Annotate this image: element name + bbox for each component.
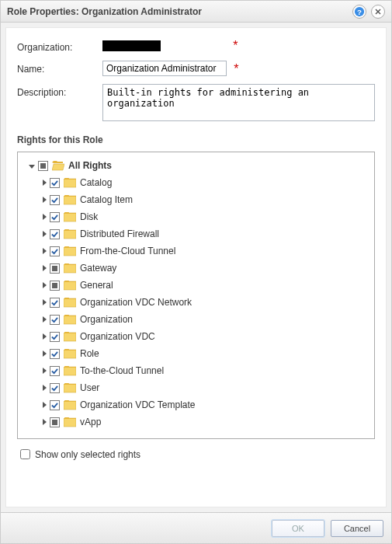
role-properties-dialog: Role Properties: Organization Administra… [0,0,392,544]
show-only-selected-checkbox[interactable] [20,449,30,459]
tree-row[interactable]: User [26,379,371,396]
tree-node-label: Catalog [80,177,112,188]
description-textarea[interactable] [102,84,375,121]
rights-tree: All Rights CatalogCatalog ItemDiskDistri… [17,152,375,439]
name-input[interactable] [102,61,227,76]
svg-text:?: ? [357,7,362,16]
checkbox[interactable] [50,263,60,274]
expander-icon[interactable] [43,402,47,408]
tree-row[interactable]: Role [26,345,371,362]
folder-icon [64,383,76,393]
folder-icon [64,366,76,376]
checkbox[interactable] [50,178,60,188]
tree-row[interactable]: General [26,277,371,294]
tree-row[interactable]: Organization VDC Template [26,396,371,413]
row-name: Name: * [17,61,375,76]
tree-row[interactable]: To-the-Cloud Tunnel [26,362,371,379]
tree-row[interactable]: Disk [26,208,371,225]
checkbox[interactable] [50,400,60,410]
expander-icon[interactable] [43,282,47,288]
checkbox[interactable] [50,417,60,427]
tree-node-label: Catalog Item [80,194,133,205]
expander-icon[interactable] [43,265,47,271]
expander-icon[interactable] [43,231,47,237]
required-asterisk: * [233,39,238,52]
expander-icon[interactable] [43,299,47,305]
cancel-button[interactable]: Cancel [331,520,383,537]
tree-node-label: To-the-Cloud Tunnel [80,365,164,376]
titlebar: Role Properties: Organization Administra… [1,1,391,23]
expander-icon[interactable] [43,197,47,203]
folder-icon [64,281,76,291]
organization-label: Organization: [17,39,102,53]
tree-row[interactable]: Organization [26,311,371,328]
expander-icon[interactable] [43,385,47,391]
expander-icon[interactable] [43,350,47,357]
checkbox[interactable] [50,332,60,342]
dialog-content: Organization: * Name: * Description: Rig… [5,27,387,507]
folder-icon [64,298,76,308]
button-bar: OK Cancel [1,512,391,543]
expander-icon[interactable] [43,316,47,323]
tree-node-label: Gateway [80,263,116,274]
folder-icon [64,178,76,188]
folder-icon [64,246,76,256]
tree-row[interactable]: Gateway [26,260,371,277]
row-description: Description: [17,84,375,124]
checkbox[interactable] [50,315,60,325]
expander-icon[interactable] [43,368,47,374]
show-only-selected-label[interactable]: Show only selected rights [35,449,140,460]
expander-icon[interactable] [29,165,35,169]
folder-icon [64,400,76,410]
tree-node-label: User [80,382,99,393]
checkbox-all-rights[interactable] [38,161,48,171]
expander-icon[interactable] [43,248,47,254]
folder-icon [64,332,76,342]
tree-node-label: Disk [80,211,98,222]
checkbox[interactable] [50,212,60,222]
tree-node-label: From-the-Cloud Tunnel [80,246,175,256]
expander-icon[interactable] [43,214,47,220]
help-icon[interactable]: ? [352,5,366,19]
checkbox[interactable] [50,281,60,291]
checkbox[interactable] [50,298,60,308]
tree-node-label: Organization VDC [80,331,155,342]
expander-icon[interactable] [43,333,47,340]
folder-open-icon [52,161,64,171]
folder-icon [64,417,76,427]
tree-node-label: General [80,280,113,291]
tree-node-label: Organization [80,314,133,325]
tree-row[interactable]: Distributed Firewall [26,225,371,242]
expander-icon[interactable] [43,419,47,425]
folder-icon [64,229,76,239]
close-icon[interactable] [371,5,385,19]
tree-root-row[interactable]: All Rights [26,157,371,174]
ok-button[interactable]: OK [272,520,324,537]
tree-node-label: Distributed Firewall [80,228,159,239]
folder-icon [64,195,76,205]
description-label: Description: [17,84,102,98]
tree-node-label: Organization VDC Template [80,399,196,410]
checkbox[interactable] [50,349,60,359]
expander-icon[interactable] [43,180,47,186]
folder-icon [64,315,76,325]
required-asterisk: * [234,62,238,75]
checkbox[interactable] [50,246,60,256]
tree-row[interactable]: Catalog Item [26,191,371,208]
tree-row[interactable]: vApp [26,413,371,431]
folder-icon [64,349,76,359]
dialog-title: Role Properties: Organization Administra… [7,6,348,17]
checkbox[interactable] [50,195,60,205]
organization-value [102,40,161,51]
checkbox[interactable] [50,383,60,393]
tree-row[interactable]: Organization VDC [26,328,371,345]
tree-row[interactable]: Catalog [26,174,371,191]
checkbox[interactable] [50,366,60,376]
tree-root-label: All Rights [68,160,112,171]
row-organization: Organization: * [17,39,375,53]
tree-node-label: Organization VDC Network [80,297,192,308]
tree-row[interactable]: From-the-Cloud Tunnel [26,242,371,260]
checkbox[interactable] [50,229,60,239]
tree-node-label: vApp [80,417,101,427]
tree-row[interactable]: Organization VDC Network [26,294,371,311]
